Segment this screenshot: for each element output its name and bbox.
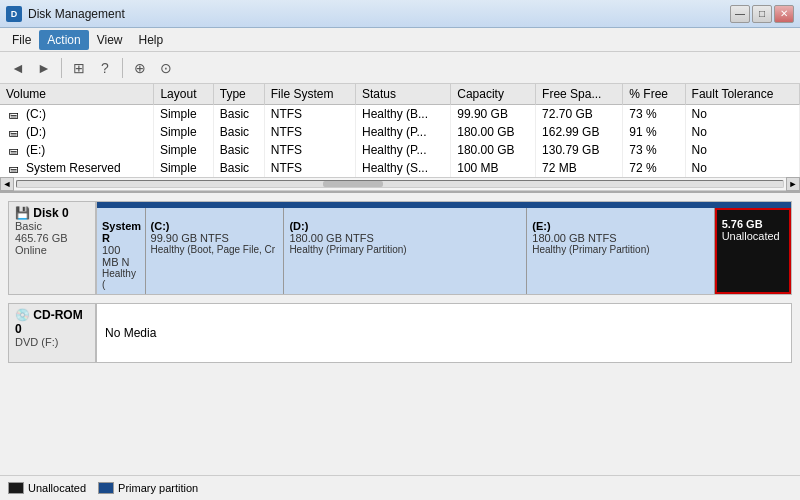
disk0-label: 💾 Disk 0 Basic 465.76 GB Online — [8, 201, 96, 295]
partition-d-status: Healthy (Primary Partition) — [289, 244, 521, 255]
partition-system-reserved[interactable]: System R 100 MB N Healthy ( — [97, 208, 146, 294]
title-bar: D Disk Management — □ ✕ — [0, 0, 800, 28]
partition-unallocated-size: 5.76 GB — [722, 218, 784, 230]
refresh-button[interactable]: ⊕ — [128, 56, 152, 80]
cell-layout: Simple — [154, 123, 213, 141]
app-icon: D — [6, 6, 22, 22]
cell-layout: Simple — [154, 105, 213, 124]
window-controls[interactable]: — □ ✕ — [730, 5, 794, 23]
cell-capacity: 99.90 GB — [451, 105, 536, 124]
scrollbar-thumb[interactable] — [323, 181, 383, 187]
cell-capacity: 180.00 GB — [451, 141, 536, 159]
cell-layout: Simple — [154, 141, 213, 159]
cell-free: 162.99 GB — [536, 123, 623, 141]
col-free: Free Spa... — [536, 84, 623, 105]
help-button[interactable]: ? — [93, 56, 117, 80]
legend-primary: Primary partition — [98, 482, 198, 494]
partition-e-name: (E:) — [532, 220, 708, 232]
col-type: Type — [213, 84, 264, 105]
partition-c-size: 99.90 GB NTFS — [151, 232, 279, 244]
cell-pct: 91 % — [623, 123, 685, 141]
cell-status: Healthy (P... — [355, 123, 450, 141]
scrollbar-track[interactable] — [16, 180, 784, 188]
menu-action[interactable]: Action — [39, 30, 88, 50]
cell-fault: No — [685, 123, 799, 141]
menu-view[interactable]: View — [89, 30, 131, 50]
col-status: Status — [355, 84, 450, 105]
rescan-button[interactable]: ⊙ — [154, 56, 178, 80]
partition-c[interactable]: (C:) 99.90 GB NTFS Healthy (Boot, Page F… — [146, 208, 285, 294]
cell-type: Basic — [213, 159, 264, 177]
cdrom0-content: No Media — [96, 303, 792, 363]
cdrom0-row: 💿 CD-ROM 0 DVD (F:) No Media — [8, 303, 792, 363]
cell-fs: NTFS — [264, 159, 355, 177]
table-row[interactable]: 🖴 (D:) Simple Basic NTFS Healthy (P... 1… — [0, 123, 800, 141]
minimize-button[interactable]: — — [730, 5, 750, 23]
cell-volume: 🖴 System Reserved — [0, 159, 154, 177]
maximize-button[interactable]: □ — [752, 5, 772, 23]
cell-type: Basic — [213, 141, 264, 159]
cell-pct: 72 % — [623, 159, 685, 177]
cell-capacity: 180.00 GB — [451, 123, 536, 141]
close-button[interactable]: ✕ — [774, 5, 794, 23]
volume-icon: 🖴 — [6, 107, 22, 121]
window-title: Disk Management — [28, 7, 125, 21]
volume-table: Volume Layout Type File System Status Ca… — [0, 84, 800, 177]
cdrom0-type: DVD (F:) — [15, 336, 89, 348]
cell-fs: NTFS — [264, 123, 355, 141]
partition-e[interactable]: (E:) 180.00 GB NTFS Healthy (Primary Par… — [527, 208, 714, 294]
legend: Unallocated Primary partition — [0, 475, 800, 500]
cell-status: Healthy (P... — [355, 141, 450, 159]
cell-status: Healthy (S... — [355, 159, 450, 177]
menu-file[interactable]: File — [4, 30, 39, 50]
partition-e-status: Healthy (Primary Partition) — [532, 244, 708, 255]
col-capacity: Capacity — [451, 84, 536, 105]
legend-unallocated-box — [8, 482, 24, 494]
menu-help[interactable]: Help — [131, 30, 172, 50]
cell-fault: No — [685, 105, 799, 124]
horizontal-scrollbar[interactable]: ◄ ► — [0, 177, 800, 191]
cell-status: Healthy (B... — [355, 105, 450, 124]
cell-volume: 🖴 (C:) — [0, 105, 154, 123]
cdrom0-status: No Media — [105, 326, 783, 340]
disk-area: 💾 Disk 0 Basic 465.76 GB Online System R… — [0, 193, 800, 475]
cell-fs: NTFS — [264, 105, 355, 124]
cell-free: 72 MB — [536, 159, 623, 177]
toolbar: ◄ ► ⊞ ? ⊕ ⊙ — [0, 52, 800, 84]
col-fault: Fault Tolerance — [685, 84, 799, 105]
partition-c-status: Healthy (Boot, Page File, Cr — [151, 244, 279, 255]
col-layout: Layout — [154, 84, 213, 105]
cdrom0-label: 💿 CD-ROM 0 DVD (F:) — [8, 303, 96, 363]
partition-unallocated[interactable]: 5.76 GB Unallocated — [715, 208, 791, 294]
cell-pct: 73 % — [623, 141, 685, 159]
cell-fault: No — [685, 141, 799, 159]
toolbar-separator-2 — [122, 58, 123, 78]
title-bar-left: D Disk Management — [6, 6, 125, 22]
partition-d[interactable]: (D:) 180.00 GB NTFS Healthy (Primary Par… — [284, 208, 527, 294]
properties-button[interactable]: ⊞ — [67, 56, 91, 80]
cell-volume: 🖴 (E:) — [0, 141, 154, 159]
legend-unallocated-label: Unallocated — [28, 482, 86, 494]
table-row[interactable]: 🖴 (E:) Simple Basic NTFS Healthy (P... 1… — [0, 141, 800, 159]
forward-button[interactable]: ► — [32, 56, 56, 80]
cell-capacity: 100 MB — [451, 159, 536, 177]
cell-type: Basic — [213, 123, 264, 141]
cell-volume: 🖴 (D:) — [0, 123, 154, 141]
disk0-partitions: System R 100 MB N Healthy ( (C:) 99.90 G… — [97, 208, 791, 294]
col-pct: % Free — [623, 84, 685, 105]
scroll-right-button[interactable]: ► — [786, 177, 800, 191]
main-content: Volume Layout Type File System Status Ca… — [0, 84, 800, 500]
disk0-row: 💾 Disk 0 Basic 465.76 GB Online System R… — [8, 201, 792, 295]
partition-d-size: 180.00 GB NTFS — [289, 232, 521, 244]
table-row[interactable]: 🖴 (C:) Simple Basic NTFS Healthy (B... 9… — [0, 105, 800, 124]
scroll-left-button[interactable]: ◄ — [0, 177, 14, 191]
table-header-row: Volume Layout Type File System Status Ca… — [0, 84, 800, 105]
legend-primary-box — [98, 482, 114, 494]
partition-system-reserved-size: 100 MB N — [102, 244, 140, 268]
cell-layout: Simple — [154, 159, 213, 177]
disk0-name: 💾 Disk 0 — [15, 206, 89, 220]
back-button[interactable]: ◄ — [6, 56, 30, 80]
table-row[interactable]: 🖴 System Reserved Simple Basic NTFS Heal… — [0, 159, 800, 177]
cdrom0-name: 💿 CD-ROM 0 — [15, 308, 89, 336]
volume-icon: 🖴 — [6, 125, 22, 139]
